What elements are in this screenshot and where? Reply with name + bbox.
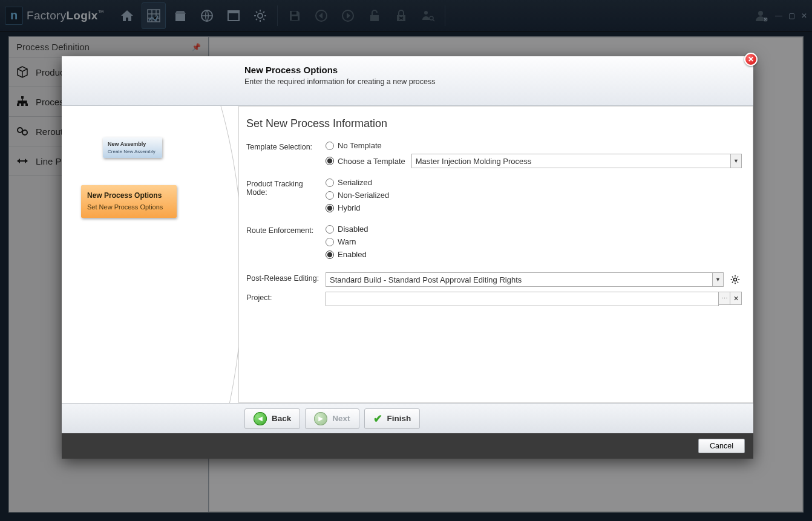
radio-label: Serialized xyxy=(338,178,372,187)
radio-no-template[interactable]: No Template xyxy=(326,141,742,150)
tracking-label: Product Tracking Mode: xyxy=(246,178,326,216)
step-cur-title: New Process Options xyxy=(87,191,171,200)
next-button: ► Next xyxy=(305,408,359,429)
radio-route-disabled[interactable]: Disabled xyxy=(326,224,742,234)
radio-route-enabled[interactable]: Enabled xyxy=(326,250,742,259)
back-button[interactable]: ◄ Back xyxy=(244,408,300,429)
post-release-settings-button[interactable] xyxy=(729,273,742,286)
wizard-body: New Assembly Create New Assembly New Pro… xyxy=(62,106,753,403)
back-label: Back xyxy=(272,414,291,423)
radio-choose-template[interactable]: Choose a Template xyxy=(326,154,405,168)
wizard-step-track: New Assembly Create New Assembly New Pro… xyxy=(62,106,238,403)
radio-label: Disabled xyxy=(338,224,368,234)
step-prev-sub: Create New Assembly xyxy=(108,149,157,154)
wizard-close-button[interactable]: ✕ xyxy=(744,53,758,66)
project-browse-button[interactable]: ⋯ xyxy=(718,292,730,305)
finish-button[interactable]: ✔ Finish xyxy=(364,408,421,429)
radio-label: Enabled xyxy=(338,250,367,259)
chevron-down-icon: ▼ xyxy=(712,273,723,286)
cancel-button[interactable]: Cancel xyxy=(698,439,745,453)
radio-label: Warn xyxy=(338,237,356,246)
template-value: Master Injection Molding Process xyxy=(416,157,531,166)
check-icon: ✔ xyxy=(373,412,382,425)
template-label: Template Selection: xyxy=(246,141,326,172)
cancel-label: Cancel xyxy=(710,442,733,450)
wizard-title: New Process Options xyxy=(244,65,753,75)
form-section-title: Set New Process Information xyxy=(246,117,742,130)
post-release-value: Standard Build - Standard Post Approval … xyxy=(330,275,522,284)
svg-line-37 xyxy=(732,282,733,283)
post-release-label: Post-Release Editing: xyxy=(246,272,326,287)
new-process-wizard: New Process Options Enter the required i… xyxy=(62,56,753,459)
wizard-header: New Process Options Enter the required i… xyxy=(62,56,753,106)
wizard-nav-buttons: ◄ Back ► Next ✔ Finish xyxy=(62,403,753,433)
radio-hybrid[interactable]: Hybrid xyxy=(326,203,742,212)
wizard-form: Set New Process Information Template Sel… xyxy=(238,106,753,403)
arrow-right-icon: ► xyxy=(314,412,327,425)
radio-non-serialized[interactable]: Non-Serialized xyxy=(326,191,742,200)
step-prev-title: New Assembly xyxy=(108,141,157,147)
wizard-step-previous[interactable]: New Assembly Create New Assembly xyxy=(103,137,162,158)
wizard-footer: Cancel xyxy=(62,433,753,459)
route-label: Route Enforcement: xyxy=(246,224,326,263)
svg-line-35 xyxy=(732,277,733,277)
next-label: Next xyxy=(332,414,350,423)
wizard-subtitle: Enter the required information for creat… xyxy=(244,77,753,86)
radio-route-warn[interactable]: Warn xyxy=(326,237,742,246)
project-field[interactable] xyxy=(326,292,719,306)
step-cur-sub: Set New Process Options xyxy=(87,203,171,211)
radio-serialized[interactable]: Serialized xyxy=(326,178,742,187)
project-label: Project: xyxy=(246,292,326,306)
svg-line-38 xyxy=(738,277,738,277)
template-dropdown[interactable]: Master Injection Molding Process ▼ xyxy=(411,154,742,168)
finish-label: Finish xyxy=(387,414,411,423)
radio-label: Choose a Template xyxy=(338,157,405,166)
radio-label: Non-Serialized xyxy=(338,191,389,200)
post-release-dropdown[interactable]: Standard Build - Standard Post Approval … xyxy=(326,272,724,287)
radio-label: No Template xyxy=(338,141,382,150)
wizard-step-current: New Process Options Set New Process Opti… xyxy=(81,185,177,218)
radio-label: Hybrid xyxy=(338,203,361,212)
svg-line-36 xyxy=(738,282,738,283)
chevron-down-icon: ▼ xyxy=(730,154,741,168)
svg-point-30 xyxy=(733,278,736,281)
arrow-left-icon: ◄ xyxy=(254,412,267,425)
project-clear-button[interactable]: ✕ xyxy=(730,292,742,305)
